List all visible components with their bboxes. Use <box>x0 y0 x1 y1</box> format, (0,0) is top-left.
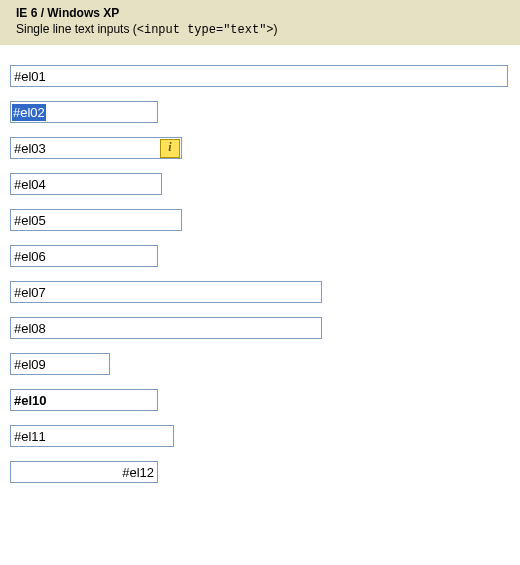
text-input-el06[interactable] <box>10 245 158 267</box>
header-subtitle: Single line text inputs (<input type="te… <box>16 22 510 37</box>
text-input-el02[interactable] <box>10 101 158 123</box>
text-input-el05[interactable] <box>10 209 182 231</box>
text-input-el03[interactable] <box>10 137 182 159</box>
header: IE 6 / Windows XP Single line text input… <box>0 0 520 45</box>
text-input-el11[interactable] <box>10 425 174 447</box>
content: #el02 i <box>0 45 520 509</box>
text-input-el10[interactable] <box>10 389 158 411</box>
text-input-el12[interactable] <box>10 461 158 483</box>
text-input-el07[interactable] <box>10 281 322 303</box>
header-title: IE 6 / Windows XP <box>16 6 510 20</box>
header-sub-post: ) <box>274 22 278 36</box>
text-input-el02-wrap: #el02 <box>10 101 158 123</box>
text-input-el09[interactable] <box>10 353 110 375</box>
text-input-el08[interactable] <box>10 317 322 339</box>
header-sub-code: <input type="text"> <box>137 23 274 37</box>
text-input-el01[interactable] <box>10 65 508 87</box>
text-input-el03-wrap: i <box>10 137 182 159</box>
header-sub-pre: Single line text inputs ( <box>16 22 137 36</box>
text-input-el04[interactable] <box>10 173 162 195</box>
